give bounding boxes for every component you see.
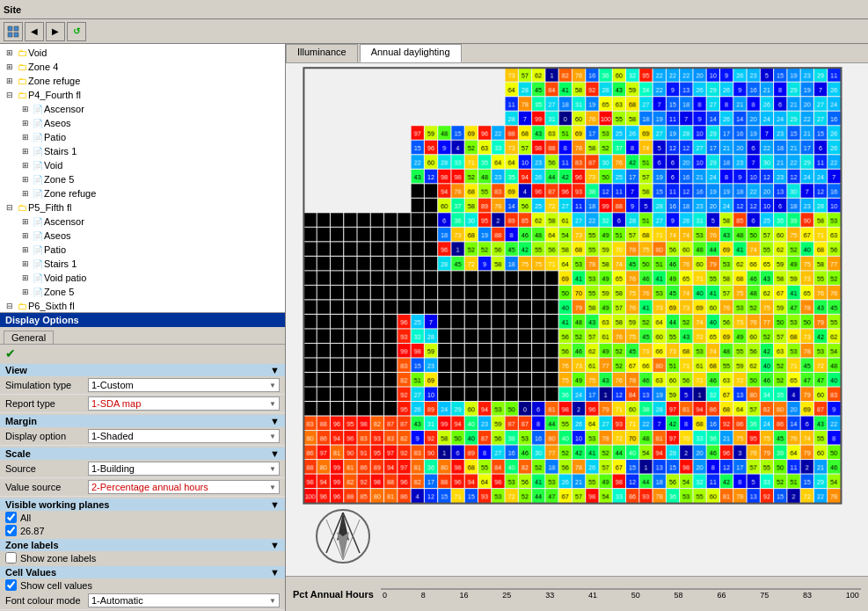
font-colour-row: Font colour mode 1-Automatic ▼ (0, 592, 285, 610)
tree-folder-icon: 🗀 (16, 75, 28, 87)
source-dropdown[interactable]: 1-Building ▼ (88, 462, 280, 476)
tree-item-p4-zonerefuge[interactable]: ⊞ 📄 Zone refuge (0, 186, 285, 200)
tree-item-zonerefuge1[interactable]: ⊞ 🗀 Zone refuge (0, 74, 285, 88)
tree-leaf-icon: 📄 (32, 258, 44, 270)
font-colour-label: Font colour mode (5, 595, 84, 606)
tree-item-label: Zone 5 (44, 174, 74, 185)
options-tab-bar: General (0, 327, 285, 345)
tree-item-p5-ascensor[interactable]: ⊞ 📄 Ascensor (0, 215, 285, 229)
checkbox-2687[interactable] (5, 525, 17, 536)
tree-item-label: Aseos (44, 230, 71, 241)
checkbox-2687-label: 26.87 (20, 526, 45, 536)
left-panel: ⊞ 🗀 Void ⊞ 🗀 Zone 4 ⊞ 🗀 Zone refuge (0, 44, 286, 611)
toolbar: ◀ ▶ ↺ (0, 19, 868, 44)
tree-expand-icon: ⊞ (19, 159, 32, 171)
tree-item-p5-patio[interactable]: ⊞ 📄 Patio (0, 243, 285, 257)
dropdown-arrow-icon: ▼ (269, 597, 276, 605)
back-toolbar-btn[interactable]: ◀ (25, 22, 44, 41)
section-view: View ▼ (0, 364, 285, 376)
compass (312, 506, 374, 567)
dropdown-arrow-icon: ▼ (269, 484, 276, 491)
tree-leaf-icon: 📄 (32, 131, 44, 143)
tree-item-p5-aseos[interactable]: ⊞ 📄 Aseos (0, 229, 285, 243)
tree-item-p6[interactable]: ⊟ 🗀 P6_Sixth fl (0, 299, 285, 312)
tree-item-p4-stairs[interactable]: ⊞ 📄 Stairs 1 (0, 144, 285, 158)
value-source-label: Value source (5, 482, 84, 492)
options-panel-title: Display Options (0, 313, 285, 327)
tab-annual-daylighting[interactable]: Annual daylighting (360, 44, 462, 62)
tree-expand-icon: ⊞ (19, 187, 32, 200)
tab-bar: Illuminance Annual daylighting (286, 44, 868, 63)
simulation-type-row: Simulation type 1-Custom ▼ (0, 376, 285, 395)
simulation-type-dropdown[interactable]: 1-Custom ▼ (88, 378, 280, 392)
grid-toolbar-btn[interactable] (4, 22, 23, 41)
tree-leaf-icon: 📄 (32, 215, 44, 228)
dropdown-arrow-icon: ▼ (269, 465, 276, 473)
tree-panel-wrapper: ⊞ 🗀 Void ⊞ 🗀 Zone 4 ⊞ 🗀 Zone refuge (0, 44, 285, 312)
tree-expand-icon: ⊞ (19, 131, 32, 143)
scale-bar-label: Pct Annual Hours (293, 589, 374, 600)
tree-item-p4-void[interactable]: ⊞ 📄 Void (0, 158, 285, 172)
scale-bar: Pct Annual Hours 0 8 16 25 33 41 50 58 6… (286, 576, 868, 611)
tree-expand-icon: ⊞ (4, 47, 16, 59)
checkbox-showzone-label: Show zone labels (20, 553, 96, 564)
checkbox-show-zone-labels[interactable] (5, 552, 17, 564)
tree-folder-icon: 🗀 (16, 47, 28, 59)
display-option-row: Display option 1-Shaded ▼ (0, 427, 285, 446)
tree-item-p5-stairs[interactable]: ⊞ 📄 Stairs 1 (0, 257, 285, 271)
tree-item-void1[interactable]: ⊞ 🗀 Void (0, 46, 285, 60)
tree-item-label: P6_Sixth fl (28, 301, 75, 311)
value-source-dropdown[interactable]: 2-Percentage annual hours ▼ (88, 480, 280, 494)
tree-expand-icon: ⊞ (19, 103, 32, 115)
checkmark-icon[interactable]: ✔ (0, 345, 285, 362)
tree-item-label: Stairs 1 (44, 258, 77, 269)
tree-item-p4-zone5[interactable]: ⊞ 📄 Zone 5 (0, 172, 285, 186)
tree-folder-icon: 🗀 (16, 89, 28, 101)
tab-illuminance[interactable]: Illuminance (286, 44, 358, 62)
checkbox-showcell-row: Show cell values (0, 578, 285, 592)
tree-leaf-icon: 📄 (32, 272, 44, 284)
tree-item-p4-aseos[interactable]: ⊞ 📄 Aseos (0, 116, 285, 130)
simulation-type-label: Simulation type (5, 380, 84, 390)
report-type-dropdown[interactable]: 1-SDA map ▼ (88, 396, 280, 411)
tree-leaf-icon: 📄 (32, 244, 44, 256)
tree-item-label: Aseos (44, 118, 71, 128)
right-panel: Illuminance Annual daylighting (286, 44, 868, 611)
source-row: Source 1-Building ▼ (0, 460, 285, 478)
tree-leaf-icon: 📄 (32, 159, 44, 171)
tree-item-p4[interactable]: ⊟ 🗀 P4_Fourth fl (0, 88, 285, 102)
tree-item-label: Zone refuge (28, 76, 80, 86)
svg-rect-2 (8, 33, 12, 37)
tree-expand-icon: ⊞ (19, 215, 32, 228)
checkbox-all[interactable] (5, 512, 17, 523)
svg-rect-0 (8, 26, 12, 31)
tree-leaf-icon: 📄 (32, 187, 44, 200)
tree-item-label: Patio (44, 244, 66, 255)
tree-item-label: Zone 5 (44, 287, 74, 297)
display-option-label: Display option (5, 431, 84, 441)
checkbox-show-cell-values[interactable] (5, 579, 17, 591)
tree-folder-icon: 🗀 (16, 61, 28, 73)
forward-toolbar-btn[interactable]: ▶ (46, 22, 65, 41)
refresh-toolbar-btn[interactable]: ↺ (67, 22, 86, 41)
tree-item-p4-ascensor[interactable]: ⊞ 📄 Ascensor (0, 102, 285, 116)
checkbox-2687-row: 26.87 (0, 524, 285, 537)
tree-item-label: Ascensor (44, 216, 84, 227)
tree-item-p5-voidpatio[interactable]: ⊞ 📄 Void patio (0, 271, 285, 285)
tree-item-p5-zone5[interactable]: ⊞ 📄 Zone 5 (0, 285, 285, 299)
tree-expand-icon: ⊞ (19, 229, 32, 242)
tree-item-label: Patio (44, 132, 66, 142)
tree-leaf-icon: 📄 (32, 117, 44, 129)
tree-expand-icon: ⊞ (4, 61, 16, 73)
font-colour-dropdown[interactable]: 1-Automatic ▼ (88, 593, 280, 607)
dropdown-arrow-icon: ▼ (269, 400, 276, 408)
display-option-dropdown[interactable]: 1-Shaded ▼ (88, 429, 280, 443)
tree-item-p5[interactable]: ⊟ 🗀 P5_Fifth fl (0, 200, 285, 215)
checkbox-all-row: All (0, 511, 285, 524)
tree-item-p4-patio[interactable]: ⊞ 📄 Patio (0, 130, 285, 144)
options-tab-general[interactable]: General (4, 331, 54, 344)
tree-item-zone4[interactable]: ⊞ 🗀 Zone 4 (0, 60, 285, 74)
report-type-label: Report type (5, 398, 84, 409)
tree-item-label: Stairs 1 (44, 146, 77, 156)
tree-expand-icon: ⊞ (19, 145, 32, 157)
